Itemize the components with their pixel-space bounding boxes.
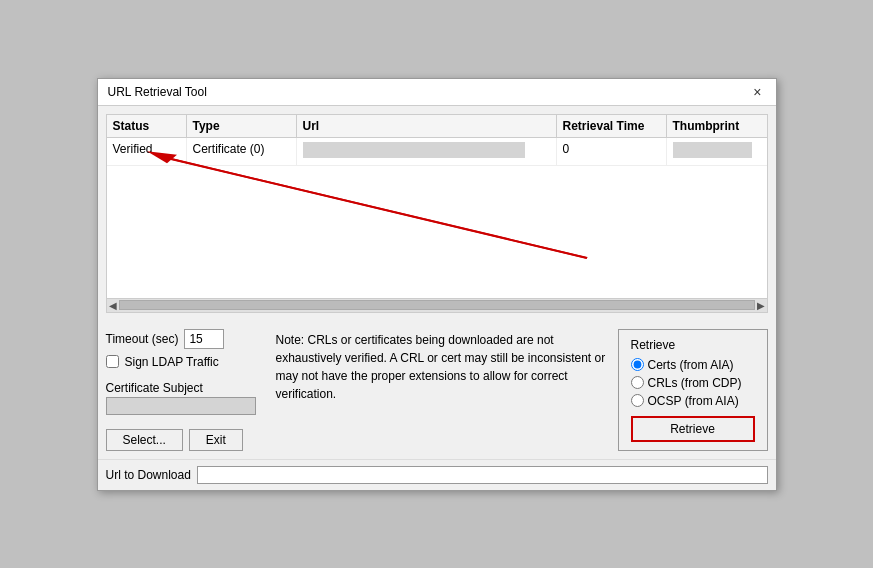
radio-ocsp-input[interactable]: [631, 394, 644, 407]
radio-certs-input[interactable]: [631, 358, 644, 371]
timeout-row: Timeout (sec): [106, 329, 266, 349]
cell-retrieval-time: 0: [557, 138, 667, 165]
cert-subject-section: Certificate Subject: [106, 375, 266, 415]
url-row: Url to Download: [98, 459, 776, 490]
scroll-left-arrow[interactable]: ◀: [109, 300, 117, 311]
table-body: Verified Certificate (0) 0: [107, 138, 767, 298]
retrieve-button[interactable]: Retrieve: [631, 416, 755, 442]
radio-certs-label: Certs (from AIA): [648, 358, 734, 372]
cell-thumbprint: [667, 138, 767, 165]
radio-ocsp-label: OCSP (from AIA): [648, 394, 739, 408]
url-display: [303, 142, 525, 158]
note-text: Note: CRLs or certificates being downloa…: [276, 333, 606, 401]
col-thumbprint: Thumbprint: [667, 115, 767, 137]
radio-certs: Certs (from AIA): [631, 358, 755, 372]
radio-ocsp: OCSP (from AIA): [631, 394, 755, 408]
col-type: Type: [187, 115, 297, 137]
retrieve-section: Retrieve Certs (from AIA) CRLs (from CDP…: [618, 329, 768, 451]
table-section: Status Type Url Retrieval Time Thumbprin…: [106, 114, 768, 313]
cell-type: Certificate (0): [187, 138, 297, 165]
col-status: Status: [107, 115, 187, 137]
radio-crls-label: CRLs (from CDP): [648, 376, 742, 390]
sign-ldap-row: Sign LDAP Traffic: [106, 355, 266, 369]
table-header: Status Type Url Retrieval Time Thumbprin…: [107, 115, 767, 138]
left-controls: Timeout (sec) Sign LDAP Traffic Certific…: [106, 329, 266, 451]
button-row: Select... Exit: [106, 429, 266, 451]
select-button[interactable]: Select...: [106, 429, 183, 451]
cell-url: [297, 138, 557, 165]
thumbprint-display: [673, 142, 752, 158]
close-button[interactable]: ×: [749, 85, 765, 99]
table-row: Verified Certificate (0) 0: [107, 138, 767, 166]
retrieve-box-title: Retrieve: [631, 338, 755, 352]
col-url: Url: [297, 115, 557, 137]
horizontal-scrollbar[interactable]: ◀ ▶: [107, 298, 767, 312]
sign-ldap-checkbox[interactable]: [106, 355, 119, 368]
url-download-input[interactable]: [197, 466, 768, 484]
timeout-input[interactable]: [184, 329, 224, 349]
scroll-right-arrow[interactable]: ▶: [757, 300, 765, 311]
col-retrieval-time: Retrieval Time: [557, 115, 667, 137]
bottom-section: Timeout (sec) Sign LDAP Traffic Certific…: [98, 321, 776, 459]
timeout-label: Timeout (sec): [106, 332, 179, 346]
radio-crls: CRLs (from CDP): [631, 376, 755, 390]
note-section: Note: CRLs or certificates being downloa…: [276, 329, 608, 451]
sign-ldap-label: Sign LDAP Traffic: [125, 355, 219, 369]
cert-subject-label: Certificate Subject: [106, 381, 266, 395]
scroll-arrows: ◀ ▶: [107, 300, 767, 311]
exit-button[interactable]: Exit: [189, 429, 243, 451]
radio-crls-input[interactable]: [631, 376, 644, 389]
cell-status: Verified: [107, 138, 187, 165]
cert-subject-input[interactable]: [106, 397, 256, 415]
svg-line-1: [162, 156, 587, 257]
retrieve-box: Retrieve Certs (from AIA) CRLs (from CDP…: [618, 329, 768, 451]
url-download-label: Url to Download: [106, 468, 191, 482]
title-bar: URL Retrieval Tool ×: [98, 79, 776, 106]
window-title: URL Retrieval Tool: [108, 85, 207, 99]
url-retrieval-tool-window: URL Retrieval Tool × Status Type Url Ret…: [97, 78, 777, 491]
